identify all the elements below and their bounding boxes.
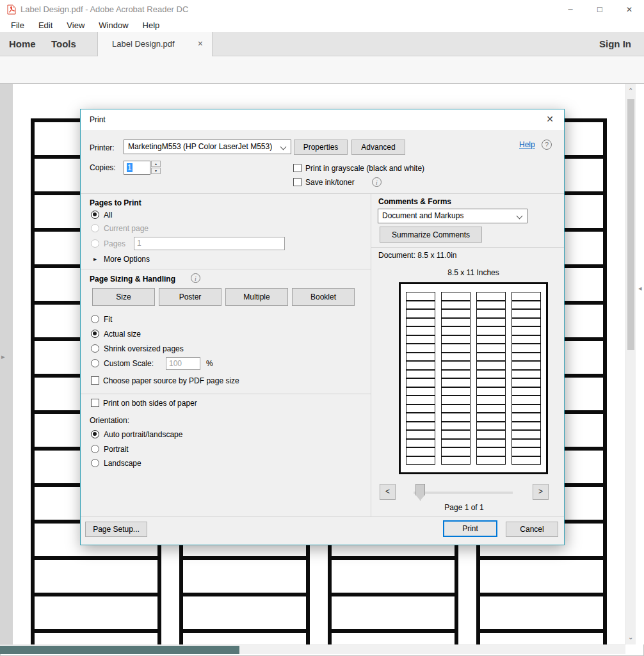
sizing-button-poster[interactable]: Poster (159, 288, 221, 306)
menu-item-file[interactable]: File (4, 19, 31, 32)
paper-source-checkbox[interactable] (91, 376, 99, 385)
scroll-down-icon[interactable]: ⌄ (628, 634, 634, 640)
preview-label-cell (441, 326, 471, 335)
divider (371, 193, 371, 516)
preview-label-cell (441, 456, 471, 465)
copies-input[interactable]: 1 (124, 161, 150, 175)
close-tab-icon[interactable]: × (198, 32, 203, 56)
preview-label-cell (441, 292, 471, 301)
more-options-label[interactable]: More Options (104, 255, 150, 264)
preview-page-slider[interactable] (414, 492, 513, 493)
stepper-up-icon[interactable]: ▴ (151, 161, 161, 167)
help-link[interactable]: Help (519, 140, 535, 149)
grayscale-checkbox[interactable] (293, 164, 302, 172)
custom-scale-input[interactable]: 100 (166, 357, 200, 370)
preview-next-button[interactable]: > (533, 484, 549, 500)
sizing-button-booklet[interactable]: Booklet (292, 288, 355, 306)
all-pages-radio[interactable] (91, 211, 99, 219)
orientation-label: Orientation: (90, 416, 129, 425)
tab-tools[interactable]: Tools (51, 32, 76, 56)
save-ink-label: Save ink/toner (305, 178, 355, 187)
landscape-radio[interactable] (91, 459, 99, 467)
preview-label-cell (441, 309, 471, 318)
actual-size-radio[interactable] (91, 330, 99, 338)
fit-radio[interactable] (91, 315, 99, 323)
vertical-scrollbar[interactable]: ⌃ ⌄ (625, 84, 636, 644)
preview-label-cell (441, 447, 471, 456)
horizontal-scrollbar[interactable] (0, 644, 625, 654)
more-options-expander-icon[interactable]: ▸ (93, 255, 97, 262)
menu-item-edit[interactable]: Edit (31, 19, 60, 32)
printer-dropdown[interactable]: MarketingM553 (HP Color LaserJet M553) (124, 140, 291, 154)
both-sides-checkbox[interactable] (91, 399, 99, 407)
preview-label-cell (406, 447, 435, 456)
preview-label-cell (406, 422, 435, 431)
preview-label-cell (406, 456, 435, 465)
preview-label-cell (441, 430, 471, 439)
horizontal-scrollbar-thumb[interactable] (0, 646, 239, 654)
main-toolbar: / 1 103% (0, 56, 644, 84)
preview-label-cell (476, 370, 506, 379)
preview-label-cell (511, 439, 541, 448)
auto-orientation-radio[interactable] (91, 430, 99, 438)
page-setup-button[interactable]: Page Setup... (85, 522, 147, 537)
preview-label-cell (511, 301, 541, 310)
print-button[interactable]: Print (443, 520, 497, 537)
menu-item-view[interactable]: View (60, 19, 92, 32)
preview-label-cell (511, 422, 541, 431)
preview-prev-button[interactable]: < (380, 484, 396, 500)
preview-slider-thumb[interactable] (415, 484, 425, 500)
save-ink-checkbox[interactable] (293, 178, 302, 186)
menu-item-window[interactable]: Window (92, 19, 135, 32)
preview-label-cell (406, 361, 435, 370)
print-dialog-close-icon[interactable]: ✕ (546, 114, 554, 124)
help-question-icon[interactable]: ? (542, 140, 552, 150)
pages-label: Pages (104, 239, 125, 248)
background-label-cell (476, 629, 607, 644)
preview-label-cell (476, 439, 506, 448)
summarize-comments-button[interactable]: Summarize Comments (380, 227, 482, 243)
shrink-pages-radio[interactable] (91, 344, 99, 353)
info-icon[interactable]: i (372, 177, 382, 187)
vertical-scrollbar-thumb[interactable] (627, 99, 634, 350)
custom-scale-value: 100 (169, 358, 182, 370)
copies-stepper[interactable]: ▴ ▾ (151, 161, 161, 175)
background-label-cell (31, 629, 161, 644)
print-preview (399, 282, 548, 474)
scroll-up-icon[interactable]: ⌃ (628, 88, 634, 93)
preview-label-cell (476, 301, 506, 310)
right-pane-toggle-icon[interactable]: ◂ (638, 284, 642, 292)
minimize-button[interactable]: ─ (556, 0, 585, 19)
preview-label-cell (476, 413, 506, 422)
pages-range-value: 1 (137, 237, 141, 250)
sign-in-button[interactable]: Sign In (599, 32, 631, 56)
tab-document[interactable]: Label Design.pdf × (97, 32, 213, 56)
pages-range-input[interactable]: 1 (134, 237, 285, 250)
divider (81, 394, 371, 394)
left-pane-toggle-icon[interactable]: ▸ (1, 353, 5, 361)
background-label-cell (476, 593, 607, 633)
sizing-button-size[interactable]: Size (92, 288, 155, 306)
preview-label-cell (406, 396, 435, 404)
properties-button[interactable]: Properties (294, 140, 348, 155)
background-label-cell (179, 629, 310, 644)
preview-label-cell (406, 335, 435, 344)
divider (371, 247, 564, 248)
custom-scale-radio[interactable] (91, 359, 99, 367)
stepper-down-icon[interactable]: ▾ (151, 168, 161, 174)
close-button[interactable]: ✕ (615, 0, 644, 19)
current-page-radio[interactable] (91, 224, 99, 232)
portrait-radio[interactable] (91, 445, 99, 453)
advanced-button[interactable]: Advanced (351, 140, 405, 155)
tab-home[interactable]: Home (9, 32, 36, 56)
pages-radio[interactable] (91, 239, 99, 248)
sizing-button-multiple[interactable]: Multiple (225, 288, 288, 306)
maximize-button[interactable]: □ (585, 0, 615, 19)
preview-label-cell (511, 404, 541, 413)
comments-forms-dropdown[interactable]: Document and Markups (378, 209, 527, 223)
preview-label-cell (441, 396, 471, 404)
preview-label-cell (406, 404, 435, 413)
info-icon[interactable]: i (191, 273, 200, 283)
cancel-button[interactable]: Cancel (506, 522, 558, 537)
menu-item-help[interactable]: Help (136, 19, 167, 32)
